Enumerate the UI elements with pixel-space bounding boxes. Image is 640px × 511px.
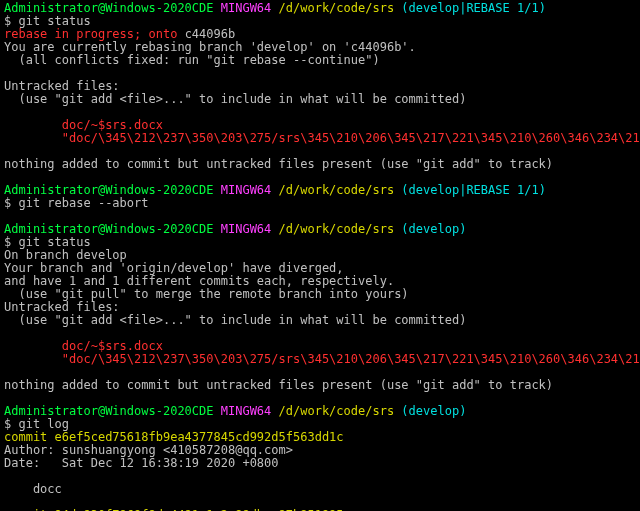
terminal-text: (develop) [394, 404, 466, 418]
terminal-text: (use "git pull" to merge the remote bran… [4, 287, 409, 301]
terminal-line: docc [4, 483, 636, 496]
terminal-text: MINGW64 [214, 1, 272, 15]
terminal-text: /d/work/code/srs [271, 183, 394, 197]
terminal-text: On branch develop [4, 248, 127, 262]
terminal-text: $ git log [4, 417, 69, 431]
terminal-text: doc/~$srs.docx [4, 118, 163, 132]
terminal-line: (use "git add <file>..." to include in w… [4, 93, 636, 106]
terminal-text: /d/work/code/srs [271, 222, 394, 236]
terminal-text: (develop) [394, 222, 466, 236]
terminal-text: $ git rebase --abort [4, 196, 149, 210]
terminal-line [4, 470, 636, 483]
terminal-text: Administrator@Windows-2020CDE [4, 1, 214, 15]
terminal-text: Author: sunshuangyong <410587208@qq.com> [4, 443, 293, 457]
terminal-text: Untracked files: [4, 79, 120, 93]
terminal-text: c44096b [185, 27, 236, 41]
terminal-text: "doc/\345\212\237\350\203\275/srs\345\21… [4, 131, 640, 145]
terminal-text: (all conflicts fixed: run "git rebase --… [4, 53, 380, 67]
terminal-text: "doc/\345\212\237\350\203\275/srs\345\21… [4, 352, 640, 366]
terminal-line: Administrator@Windows-2020CDE MINGW64 /d… [4, 405, 636, 418]
terminal-line: "doc/\345\212\237\350\203\275/srs\345\21… [4, 353, 636, 366]
terminal-text: Administrator@Windows-2020CDE [4, 222, 214, 236]
terminal-line: (all conflicts fixed: run "git rebase --… [4, 54, 636, 67]
terminal-text: nothing added to commit but untracked fi… [4, 378, 553, 392]
terminal-text: Date: Sat Dec 12 16:38:19 2020 +0800 [4, 456, 279, 470]
terminal-text: MINGW64 [214, 404, 272, 418]
terminal-text: commit e6ef5ced75618fb9ea4377845cd992d5f… [4, 430, 344, 444]
terminal-text: (use "git add <file>..." to include in w… [4, 92, 466, 106]
terminal-text: Untracked files: [4, 300, 120, 314]
terminal-text: MINGW64 [214, 183, 272, 197]
terminal-text: Administrator@Windows-2020CDE [4, 404, 214, 418]
terminal-line: "doc/\345\212\237\350\203\275/srs\345\21… [4, 132, 636, 145]
terminal-line: $ git rebase --abort [4, 197, 636, 210]
terminal-text: (use "git add <file>..." to include in w… [4, 313, 466, 327]
terminal-output: Administrator@Windows-2020CDE MINGW64 /d… [0, 0, 640, 511]
terminal-line: (use "git add <file>..." to include in w… [4, 314, 636, 327]
terminal-line: Administrator@Windows-2020CDE MINGW64 /d… [4, 223, 636, 236]
terminal-text: $ git status [4, 14, 91, 28]
terminal-text: (develop|REBASE 1/1) [394, 1, 546, 15]
terminal-text: docc [4, 482, 62, 496]
terminal-text: doc/~$srs.docx [4, 339, 163, 353]
terminal-line: nothing added to commit but untracked fi… [4, 158, 636, 171]
terminal-text: MINGW64 [214, 222, 272, 236]
terminal-line: Date: Sat Dec 12 16:38:19 2020 +0800 [4, 457, 636, 470]
terminal-line: Administrator@Windows-2020CDE MINGW64 /d… [4, 2, 636, 15]
terminal-text: and have 1 and 1 different commits each,… [4, 274, 394, 288]
terminal-line: nothing added to commit but untracked fi… [4, 379, 636, 392]
terminal-text: rebase in progress; onto [4, 27, 185, 41]
terminal-text: Your branch and 'origin/develop' have di… [4, 261, 344, 275]
terminal-text: Administrator@Windows-2020CDE [4, 183, 214, 197]
terminal-text: nothing added to commit but untracked fi… [4, 157, 553, 171]
terminal-text: /d/work/code/srs [271, 1, 394, 15]
terminal-text: (develop|REBASE 1/1) [394, 183, 546, 197]
terminal-text: /d/work/code/srs [271, 404, 394, 418]
terminal-text: $ git status [4, 235, 91, 249]
terminal-text: You are currently rebasing branch 'devel… [4, 40, 416, 54]
